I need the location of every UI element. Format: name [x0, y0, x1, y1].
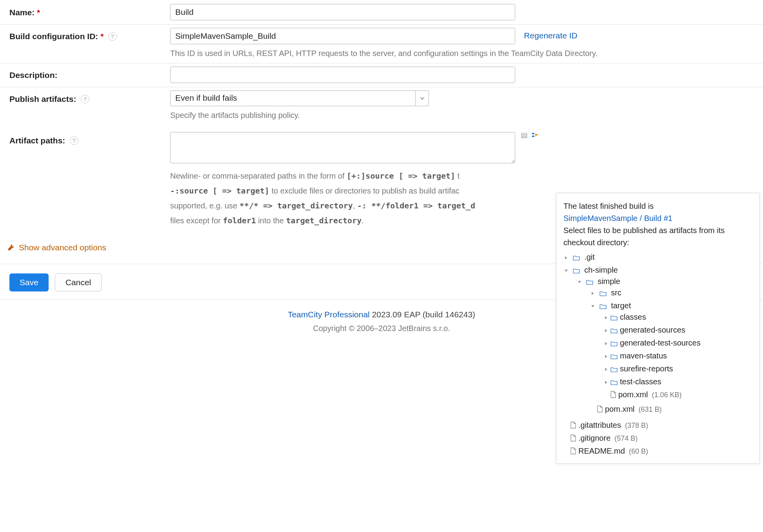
build-id-help: This ID is used in URLs, REST API, HTTP …: [170, 47, 747, 59]
required-marker: *: [100, 32, 104, 41]
folder-icon: [573, 266, 580, 275]
show-advanced-options-link[interactable]: Show advanced options: [7, 243, 106, 252]
label-build-id: Build configuration ID: * ?: [9, 28, 170, 43]
version-text: 2023.09 EAP (build 146243): [370, 310, 475, 319]
folder-icon: [610, 313, 618, 322]
svg-rect-2: [521, 137, 527, 138]
publish-artifacts-help: Specify the artifacts publishing policy.: [170, 109, 747, 121]
regenerate-id-link[interactable]: Regenerate ID: [524, 28, 578, 40]
caret-right-icon: [604, 329, 608, 333]
product-link[interactable]: TeamCity Professional: [288, 310, 370, 319]
label-description: Description:: [9, 67, 170, 81]
tree-folder-ch-simple[interactable]: ch-simple simple src: [563, 264, 752, 337]
help-icon[interactable]: ?: [70, 136, 78, 145]
folder-icon: [600, 289, 607, 298]
row-publish-artifacts: Publish artifacts: ? Even if build fails…: [0, 87, 763, 125]
popup-intro: The latest finished build is SimpleMaven…: [563, 200, 752, 249]
folder-icon: [573, 253, 580, 262]
artifact-tree-popup: The latest finished build is SimpleMaven…: [556, 193, 760, 337]
svg-rect-4: [532, 136, 534, 137]
save-button[interactable]: Save: [9, 273, 49, 291]
chevron-down-icon: [420, 96, 425, 101]
label-publish-artifacts: Publish artifacts: ?: [9, 90, 170, 105]
svg-rect-5: [536, 134, 538, 136]
publish-artifacts-value: Even if build fails: [171, 91, 415, 106]
publish-artifacts-select[interactable]: Even if build fails: [170, 90, 429, 106]
label-publish-artifacts-text: Publish artifacts:: [9, 94, 76, 103]
label-artifact-paths: Artifact paths: ?: [9, 132, 170, 147]
cancel-button[interactable]: Cancel: [55, 273, 102, 291]
help-icon[interactable]: ?: [108, 32, 117, 41]
tree-folder-src[interactable]: src: [590, 287, 752, 300]
row-description: Description:: [0, 63, 763, 87]
expand-textarea-icon[interactable]: [521, 134, 529, 140]
build-id-input[interactable]: [170, 28, 515, 44]
required-marker: *: [37, 8, 40, 17]
svg-rect-1: [521, 135, 527, 136]
folder-icon: [586, 278, 593, 287]
caret-down-icon: [591, 304, 595, 308]
advanced-text: Show advanced options: [19, 243, 106, 252]
tree-folder-git[interactable]: .git: [563, 251, 752, 264]
label-build-id-text: Build configuration ID:: [9, 32, 98, 41]
caret-right-icon: [564, 256, 568, 260]
dropdown-toggle[interactable]: [415, 91, 429, 106]
artifact-paths-help: Newline- or comma-separated paths in the…: [170, 168, 554, 228]
wrench-icon: [7, 244, 15, 252]
folder-icon: [600, 302, 607, 311]
row-build-id: Build configuration ID: * ? Regenerate I…: [0, 25, 763, 63]
caret-right-icon: [591, 291, 595, 295]
tree-folder-target[interactable]: target classes generated-sources generat…: [590, 300, 752, 337]
latest-build-link[interactable]: SimpleMavenSample / Build #1: [563, 214, 672, 223]
caret-down-icon: [578, 280, 581, 284]
caret-right-icon: [604, 316, 608, 320]
row-name: Name: *: [0, 1, 763, 25]
tree-picker-icon[interactable]: [532, 134, 539, 140]
caret-down-icon: [564, 269, 568, 273]
name-input[interactable]: [170, 4, 515, 20]
tree-folder-classes[interactable]: classes: [603, 311, 752, 324]
label-name-text: Name:: [9, 8, 35, 17]
svg-rect-3: [532, 133, 534, 134]
tree-folder-simple[interactable]: simple src target classes: [577, 275, 752, 337]
label-name: Name: *: [9, 4, 170, 19]
file-tree: .git ch-simple simple src: [563, 251, 752, 337]
help-icon[interactable]: ?: [81, 95, 89, 103]
label-artifact-paths-text: Artifact paths:: [9, 136, 65, 145]
folder-icon: [610, 326, 618, 335]
artifact-paths-textarea[interactable]: [170, 132, 515, 163]
description-input[interactable]: [170, 67, 515, 83]
svg-rect-0: [521, 133, 527, 134]
tree-folder-generated-sources[interactable]: generated-sources: [603, 324, 752, 337]
